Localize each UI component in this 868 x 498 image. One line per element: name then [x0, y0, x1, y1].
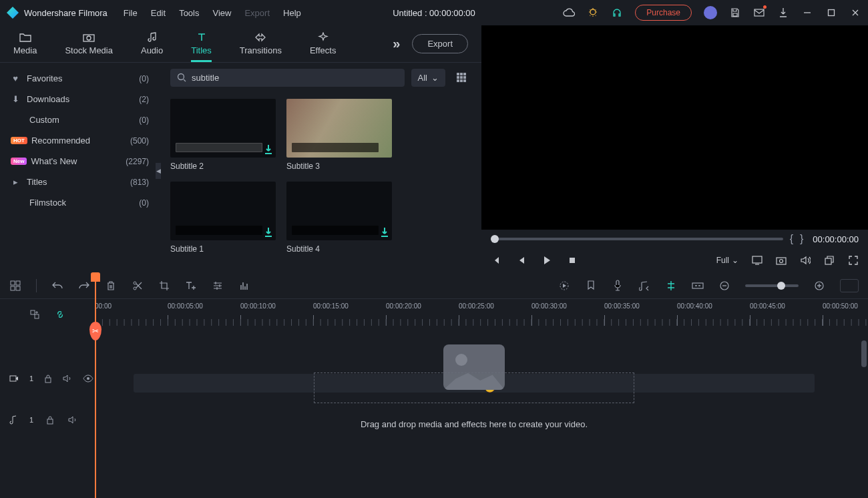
timeline-overview-icon[interactable] — [840, 279, 859, 292]
tab-stock-media[interactable]: Stock Media — [65, 32, 113, 55]
tab-titles[interactable]: Titles — [191, 32, 212, 55]
title-thumb[interactable]: Subtitle 4 — [286, 182, 392, 254]
mute-icon[interactable] — [67, 414, 79, 426]
zoom-slider[interactable] — [745, 284, 799, 287]
scrollbar-thumb[interactable] — [861, 340, 867, 367]
timeline-ruler[interactable]: 00:0000:00:05:0000:00:10:0000:00:15:0000… — [95, 299, 868, 330]
crop-icon[interactable] — [158, 280, 170, 292]
audio-sync-icon[interactable] — [638, 280, 650, 292]
menu-export[interactable]: Export — [244, 8, 270, 18]
maximize-button[interactable] — [825, 7, 837, 19]
mail-icon[interactable] — [753, 7, 765, 19]
sidebar-item-downloads[interactable]: ⬇ Downloads (2) — [0, 89, 160, 109]
zoom-out-icon[interactable] — [718, 280, 730, 292]
playhead[interactable]: ✂ — [95, 272, 96, 498]
sidebar-item-custom[interactable]: Custom (0) — [0, 109, 160, 130]
headphones-icon[interactable] — [611, 7, 623, 19]
resolution-select[interactable]: Full⌄ — [716, 256, 738, 265]
split-icon[interactable] — [132, 280, 144, 292]
drop-zone[interactable]: ✊ Drag and drop media and effects here t… — [134, 344, 815, 431]
title-thumb[interactable]: Subtitle 2 — [170, 99, 276, 171]
download-icon[interactable] — [777, 7, 789, 19]
text-icon — [195, 32, 208, 43]
adjust-icon[interactable] — [212, 280, 224, 292]
tab-transitions[interactable]: Transitions — [240, 32, 282, 55]
sidebar-item-titles[interactable]: ▸ Titles (813) — [0, 172, 160, 192]
svg-rect-22 — [11, 286, 15, 290]
prev-frame-icon[interactable] — [491, 255, 501, 266]
search-box[interactable] — [170, 69, 405, 87]
stop-icon[interactable] — [567, 255, 578, 266]
purchase-button[interactable]: Purchase — [635, 5, 692, 21]
undo-icon[interactable] — [51, 280, 63, 292]
audio-mixer-icon[interactable] — [238, 280, 250, 292]
menu-help[interactable]: Help — [283, 8, 301, 18]
sidebar-item-favorites[interactable]: ♥ Favorites (0) — [0, 68, 160, 89]
display-icon[interactable] — [752, 255, 763, 266]
snap-icon[interactable] — [665, 280, 677, 292]
save-icon[interactable] — [729, 7, 741, 19]
delete-icon[interactable] — [105, 280, 117, 292]
tab-effects[interactable]: Effects — [310, 32, 337, 55]
mark-out-icon[interactable]: } — [800, 233, 803, 245]
expand-right-icon[interactable]: » — [393, 36, 400, 51]
render-icon[interactable] — [558, 280, 570, 292]
tab-media[interactable]: Media — [13, 32, 37, 55]
step-back-icon[interactable] — [516, 255, 527, 266]
play-icon[interactable] — [541, 255, 552, 266]
eye-icon[interactable] — [83, 372, 93, 385]
menu-tools[interactable]: Tools — [179, 8, 199, 18]
svg-rect-12 — [457, 79, 459, 82]
collapse-handle-icon[interactable]: ◀ — [156, 163, 161, 179]
auto-ripple-icon[interactable] — [692, 280, 704, 292]
add-track-icon[interactable] — [29, 308, 41, 320]
detach-window-icon[interactable] — [824, 255, 835, 266]
svg-rect-10 — [460, 76, 463, 79]
audio-track-header[interactable]: 1 — [0, 406, 95, 434]
close-button[interactable] — [849, 7, 861, 19]
lightbulb-icon[interactable] — [587, 7, 599, 19]
zoom-in-icon[interactable] — [813, 280, 825, 292]
mark-in-icon[interactable]: { — [790, 233, 793, 245]
menu-edit[interactable]: Edit — [151, 8, 166, 18]
add-text-icon[interactable] — [185, 280, 197, 292]
lock-icon[interactable] — [44, 372, 52, 385]
export-button[interactable]: Export — [412, 34, 468, 53]
sidebar-item-recommended[interactable]: HOT Recommended (500) — [0, 130, 160, 151]
fullscreen-icon[interactable] — [848, 255, 859, 266]
music-note-icon — [146, 32, 159, 43]
mute-icon[interactable] — [63, 372, 72, 385]
voiceover-icon[interactable] — [612, 280, 624, 292]
layout-icon[interactable] — [9, 280, 21, 292]
menu-view[interactable]: View — [212, 8, 231, 18]
sidebar-item-count: (0) — [139, 115, 149, 125]
sidebar-item-whats-new[interactable]: New What's New (2297) — [0, 151, 160, 172]
volume-icon[interactable] — [800, 255, 811, 266]
link-icon[interactable] — [54, 308, 66, 320]
preview-viewport[interactable] — [481, 25, 868, 230]
cloud-icon[interactable] — [563, 7, 575, 19]
menubar: File Edit Tools View Export Help — [124, 8, 301, 18]
lock-icon[interactable] — [44, 414, 56, 426]
grid-view-icon[interactable] — [452, 68, 471, 87]
minimize-button[interactable] — [801, 7, 813, 19]
title-thumb[interactable]: Subtitle 3 — [286, 99, 392, 171]
sidebar-item-filmstock[interactable]: Filmstock (0) — [0, 192, 160, 213]
redo-icon[interactable] — [78, 280, 90, 292]
timeline-tracks[interactable]: ✊ Drag and drop media and effects here t… — [0, 330, 868, 498]
user-avatar-icon[interactable] — [704, 6, 717, 19]
scrubber-track[interactable] — [491, 238, 783, 240]
tab-label: Transitions — [240, 45, 282, 55]
media-placeholder-icon: ✊ — [443, 344, 505, 390]
preview-controls: Full⌄ — [481, 248, 868, 272]
menu-file[interactable]: File — [124, 8, 138, 18]
title-thumb[interactable]: Subtitle 1 — [170, 182, 276, 254]
video-track-header[interactable]: 1 — [0, 364, 95, 393]
ruler-labels: 00:0000:00:05:0000:00:10:0000:00:15:0000… — [95, 299, 868, 310]
filter-select[interactable]: All ⌄ — [411, 69, 445, 87]
tab-audio[interactable]: Audio — [141, 32, 163, 55]
search-input[interactable] — [192, 73, 398, 83]
sparkle-icon — [316, 32, 330, 43]
snapshot-icon[interactable] — [776, 255, 787, 266]
marker-icon[interactable] — [585, 280, 597, 292]
